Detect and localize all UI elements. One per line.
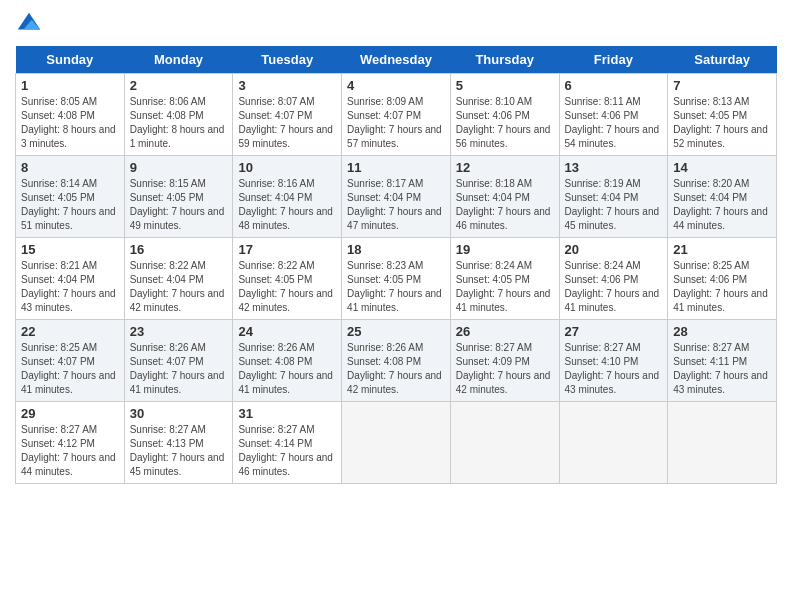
calendar-cell: 20Sunrise: 8:24 AMSunset: 4:06 PMDayligh…: [559, 238, 668, 320]
logo: [15, 10, 47, 38]
calendar-cell: 24Sunrise: 8:26 AMSunset: 4:08 PMDayligh…: [233, 320, 342, 402]
logo-icon: [15, 10, 43, 38]
cell-info: Sunrise: 8:22 AMSunset: 4:04 PMDaylight:…: [130, 259, 228, 315]
day-number: 12: [456, 160, 554, 175]
calendar-cell: 7Sunrise: 8:13 AMSunset: 4:05 PMDaylight…: [668, 74, 777, 156]
calendar-cell: 23Sunrise: 8:26 AMSunset: 4:07 PMDayligh…: [124, 320, 233, 402]
cell-info: Sunrise: 8:27 AMSunset: 4:11 PMDaylight:…: [673, 341, 771, 397]
calendar-week-5: 29Sunrise: 8:27 AMSunset: 4:12 PMDayligh…: [16, 402, 777, 484]
cell-info: Sunrise: 8:25 AMSunset: 4:06 PMDaylight:…: [673, 259, 771, 315]
calendar-cell: 4Sunrise: 8:09 AMSunset: 4:07 PMDaylight…: [342, 74, 451, 156]
day-number: 18: [347, 242, 445, 257]
calendar-cell: 12Sunrise: 8:18 AMSunset: 4:04 PMDayligh…: [450, 156, 559, 238]
cell-info: Sunrise: 8:27 AMSunset: 4:12 PMDaylight:…: [21, 423, 119, 479]
cell-info: Sunrise: 8:26 AMSunset: 4:08 PMDaylight:…: [347, 341, 445, 397]
cell-info: Sunrise: 8:09 AMSunset: 4:07 PMDaylight:…: [347, 95, 445, 151]
calendar-cell: 13Sunrise: 8:19 AMSunset: 4:04 PMDayligh…: [559, 156, 668, 238]
calendar-cell: 27Sunrise: 8:27 AMSunset: 4:10 PMDayligh…: [559, 320, 668, 402]
calendar-week-1: 1Sunrise: 8:05 AMSunset: 4:08 PMDaylight…: [16, 74, 777, 156]
cell-info: Sunrise: 8:07 AMSunset: 4:07 PMDaylight:…: [238, 95, 336, 151]
calendar-week-4: 22Sunrise: 8:25 AMSunset: 4:07 PMDayligh…: [16, 320, 777, 402]
day-header-monday: Monday: [124, 46, 233, 74]
cell-info: Sunrise: 8:21 AMSunset: 4:04 PMDaylight:…: [21, 259, 119, 315]
calendar-week-3: 15Sunrise: 8:21 AMSunset: 4:04 PMDayligh…: [16, 238, 777, 320]
calendar-week-2: 8Sunrise: 8:14 AMSunset: 4:05 PMDaylight…: [16, 156, 777, 238]
calendar-cell: 17Sunrise: 8:22 AMSunset: 4:05 PMDayligh…: [233, 238, 342, 320]
cell-info: Sunrise: 8:20 AMSunset: 4:04 PMDaylight:…: [673, 177, 771, 233]
cell-info: Sunrise: 8:15 AMSunset: 4:05 PMDaylight:…: [130, 177, 228, 233]
cell-info: Sunrise: 8:19 AMSunset: 4:04 PMDaylight:…: [565, 177, 663, 233]
day-number: 21: [673, 242, 771, 257]
cell-info: Sunrise: 8:27 AMSunset: 4:09 PMDaylight:…: [456, 341, 554, 397]
calendar-cell: 18Sunrise: 8:23 AMSunset: 4:05 PMDayligh…: [342, 238, 451, 320]
day-number: 30: [130, 406, 228, 421]
cell-info: Sunrise: 8:13 AMSunset: 4:05 PMDaylight:…: [673, 95, 771, 151]
day-number: 8: [21, 160, 119, 175]
calendar-cell: 5Sunrise: 8:10 AMSunset: 4:06 PMDaylight…: [450, 74, 559, 156]
calendar-cell: 31Sunrise: 8:27 AMSunset: 4:14 PMDayligh…: [233, 402, 342, 484]
calendar-header-row: SundayMondayTuesdayWednesdayThursdayFrid…: [16, 46, 777, 74]
calendar-cell: [342, 402, 451, 484]
day-number: 7: [673, 78, 771, 93]
day-header-tuesday: Tuesday: [233, 46, 342, 74]
calendar-cell: 29Sunrise: 8:27 AMSunset: 4:12 PMDayligh…: [16, 402, 125, 484]
day-number: 22: [21, 324, 119, 339]
day-number: 31: [238, 406, 336, 421]
calendar-cell: 16Sunrise: 8:22 AMSunset: 4:04 PMDayligh…: [124, 238, 233, 320]
day-number: 2: [130, 78, 228, 93]
calendar-cell: 22Sunrise: 8:25 AMSunset: 4:07 PMDayligh…: [16, 320, 125, 402]
day-number: 27: [565, 324, 663, 339]
day-number: 5: [456, 78, 554, 93]
calendar-cell: [668, 402, 777, 484]
day-number: 25: [347, 324, 445, 339]
calendar-cell: 8Sunrise: 8:14 AMSunset: 4:05 PMDaylight…: [16, 156, 125, 238]
calendar-cell: 6Sunrise: 8:11 AMSunset: 4:06 PMDaylight…: [559, 74, 668, 156]
day-header-friday: Friday: [559, 46, 668, 74]
calendar-cell: 28Sunrise: 8:27 AMSunset: 4:11 PMDayligh…: [668, 320, 777, 402]
calendar-cell: 30Sunrise: 8:27 AMSunset: 4:13 PMDayligh…: [124, 402, 233, 484]
day-number: 13: [565, 160, 663, 175]
cell-info: Sunrise: 8:27 AMSunset: 4:13 PMDaylight:…: [130, 423, 228, 479]
calendar-body: 1Sunrise: 8:05 AMSunset: 4:08 PMDaylight…: [16, 74, 777, 484]
cell-info: Sunrise: 8:26 AMSunset: 4:08 PMDaylight:…: [238, 341, 336, 397]
calendar-cell: 11Sunrise: 8:17 AMSunset: 4:04 PMDayligh…: [342, 156, 451, 238]
calendar-cell: 26Sunrise: 8:27 AMSunset: 4:09 PMDayligh…: [450, 320, 559, 402]
day-number: 9: [130, 160, 228, 175]
calendar-table: SundayMondayTuesdayWednesdayThursdayFrid…: [15, 46, 777, 484]
calendar-cell: 1Sunrise: 8:05 AMSunset: 4:08 PMDaylight…: [16, 74, 125, 156]
calendar-cell: 25Sunrise: 8:26 AMSunset: 4:08 PMDayligh…: [342, 320, 451, 402]
calendar-cell: 15Sunrise: 8:21 AMSunset: 4:04 PMDayligh…: [16, 238, 125, 320]
day-number: 29: [21, 406, 119, 421]
cell-info: Sunrise: 8:23 AMSunset: 4:05 PMDaylight:…: [347, 259, 445, 315]
day-number: 20: [565, 242, 663, 257]
day-number: 4: [347, 78, 445, 93]
calendar-cell: [559, 402, 668, 484]
calendar-cell: 2Sunrise: 8:06 AMSunset: 4:08 PMDaylight…: [124, 74, 233, 156]
calendar-cell: 21Sunrise: 8:25 AMSunset: 4:06 PMDayligh…: [668, 238, 777, 320]
calendar-cell: [450, 402, 559, 484]
cell-info: Sunrise: 8:22 AMSunset: 4:05 PMDaylight:…: [238, 259, 336, 315]
day-number: 14: [673, 160, 771, 175]
calendar-cell: 19Sunrise: 8:24 AMSunset: 4:05 PMDayligh…: [450, 238, 559, 320]
page-header: [15, 10, 777, 38]
cell-info: Sunrise: 8:14 AMSunset: 4:05 PMDaylight:…: [21, 177, 119, 233]
day-header-thursday: Thursday: [450, 46, 559, 74]
day-number: 6: [565, 78, 663, 93]
day-number: 3: [238, 78, 336, 93]
cell-info: Sunrise: 8:05 AMSunset: 4:08 PMDaylight:…: [21, 95, 119, 151]
day-number: 19: [456, 242, 554, 257]
cell-info: Sunrise: 8:11 AMSunset: 4:06 PMDaylight:…: [565, 95, 663, 151]
calendar-cell: 14Sunrise: 8:20 AMSunset: 4:04 PMDayligh…: [668, 156, 777, 238]
cell-info: Sunrise: 8:26 AMSunset: 4:07 PMDaylight:…: [130, 341, 228, 397]
cell-info: Sunrise: 8:16 AMSunset: 4:04 PMDaylight:…: [238, 177, 336, 233]
cell-info: Sunrise: 8:10 AMSunset: 4:06 PMDaylight:…: [456, 95, 554, 151]
calendar-cell: 9Sunrise: 8:15 AMSunset: 4:05 PMDaylight…: [124, 156, 233, 238]
cell-info: Sunrise: 8:27 AMSunset: 4:10 PMDaylight:…: [565, 341, 663, 397]
calendar-cell: 3Sunrise: 8:07 AMSunset: 4:07 PMDaylight…: [233, 74, 342, 156]
day-number: 11: [347, 160, 445, 175]
cell-info: Sunrise: 8:24 AMSunset: 4:06 PMDaylight:…: [565, 259, 663, 315]
cell-info: Sunrise: 8:06 AMSunset: 4:08 PMDaylight:…: [130, 95, 228, 151]
cell-info: Sunrise: 8:24 AMSunset: 4:05 PMDaylight:…: [456, 259, 554, 315]
cell-info: Sunrise: 8:27 AMSunset: 4:14 PMDaylight:…: [238, 423, 336, 479]
day-number: 26: [456, 324, 554, 339]
